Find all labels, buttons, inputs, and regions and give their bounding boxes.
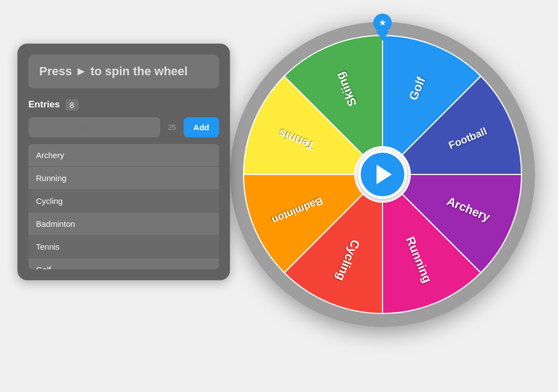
- spin-button[interactable]: Press ► to spin the wheel: [28, 55, 219, 88]
- entries-label: Entries: [28, 99, 60, 110]
- pin-arrow: [376, 31, 389, 41]
- left-panel: Press ► to spin the wheel Entries 8 25 A…: [17, 44, 230, 280]
- wheel-outer: GolfFootballArcheryRunningCyclingBadmint…: [230, 22, 535, 327]
- play-icon: [377, 165, 392, 184]
- list-item[interactable]: Cycling: [28, 190, 219, 213]
- wheel-container: GolfFootballArcheryRunningCyclingBadmint…: [225, 16, 541, 333]
- entries-count: 8: [65, 99, 78, 111]
- list-item[interactable]: Tennis: [28, 236, 219, 258]
- list-item[interactable]: Running: [28, 167, 219, 190]
- char-count: 25: [165, 117, 179, 137]
- wheel-ring: GolfFootballArcheryRunningCyclingBadmint…: [230, 22, 535, 327]
- list-item[interactable]: Golf: [28, 258, 219, 269]
- main-container: Press ► to spin the wheel Entries 8 25 A…: [17, 16, 541, 376]
- list-item[interactable]: Badminton: [28, 213, 219, 236]
- spin-button-label: Press ► to spin the wheel: [39, 64, 187, 78]
- entries-list[interactable]: Archery Running Cycling Badminton Tennis…: [28, 144, 219, 269]
- entry-input[interactable]: [28, 117, 160, 137]
- entries-header: Entries 8: [28, 99, 219, 111]
- list-item[interactable]: Archery: [28, 144, 219, 167]
- pin-circle: ★: [373, 14, 392, 32]
- input-row: 25 Add: [28, 117, 219, 137]
- spin-center-button[interactable]: [358, 150, 407, 199]
- wheel-pin: ★: [372, 14, 393, 41]
- add-button[interactable]: Add: [184, 117, 219, 137]
